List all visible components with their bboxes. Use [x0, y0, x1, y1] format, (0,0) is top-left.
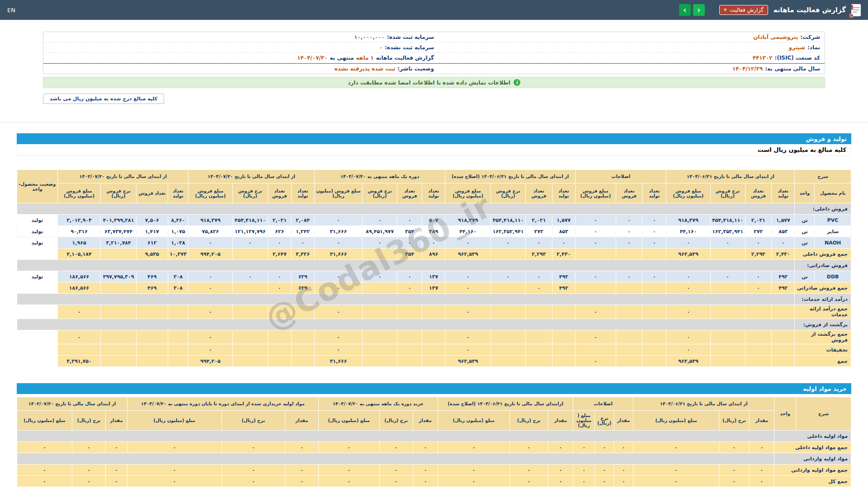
amounts-note: کلیه مبالغ به میلیون ریال است [17, 144, 851, 156]
value-cell: ۰ [285, 465, 319, 476]
value-cell: ۰ [363, 215, 397, 226]
next-report-button[interactable]: › [693, 4, 705, 16]
value-cell: ۹۰,۳۱۶ [57, 226, 100, 237]
column-header: تعداد تولید [291, 183, 314, 203]
report-document-icon [851, 4, 861, 16]
value-cell: ۳۱,۶۶۶ [314, 356, 362, 367]
chevron-down-icon: ▼ [724, 8, 727, 12]
value-cell [232, 330, 268, 344]
value-cell: ۰ [633, 442, 719, 453]
column-header: نرخ (ریال) [509, 411, 548, 431]
table-row: جمع فروش صادراتی۴۹۲۰۰۴۹۲۰۰۱۳۷۰۰۶۲۹۰۰۳۰۸۴… [17, 282, 851, 294]
value-cell [137, 356, 168, 367]
column-header: نرخ فروش (ریال) [101, 183, 137, 203]
top-navigation-bar: گزارش فعالیت ماهانه گزارش فعالیت ▼ › ‹ E… [0, 0, 868, 20]
isic-value: ۴۴۱۳۰۲ [753, 55, 773, 61]
value-cell: ۱۶۲,۳۵۲,۹۴۱ [710, 226, 745, 237]
report-body: تولید و فروش کلیه مبالغ به میلیون ریال ا… [17, 133, 851, 487]
unit-cell: تن [795, 271, 815, 282]
value-cell [168, 305, 189, 319]
value-cell: ۰ [314, 282, 362, 294]
value-cell: ۰ [189, 271, 232, 282]
column-header: مقدار [749, 411, 774, 431]
value-cell: ۱۶۲,۳۵۲,۹۴۱ [491, 226, 526, 237]
column-header: مبلغ فروش (میلیون ریال) [575, 183, 616, 203]
value-cell: ۰ [719, 476, 749, 487]
value-cell [491, 330, 526, 344]
value-cell: ۷,۵۰۶ [137, 215, 168, 226]
value-cell: ۹۱۸,۳۷۹ [666, 215, 710, 226]
value-cell: ۰ [413, 465, 438, 476]
value-cell: ۶۳,۷۳۷,۴۷۴ [101, 226, 137, 237]
value-cell: ۰ [397, 215, 422, 226]
production-sales-header: تولید و فروش [17, 133, 851, 144]
value-cell: ۰ [666, 344, 710, 356]
value-cell [232, 344, 268, 356]
value-cell: ۰ [642, 237, 666, 249]
value-cell: ۵۰۷ [422, 215, 445, 226]
value-cell: ۰ [575, 215, 616, 226]
value-cell [291, 356, 314, 367]
table-row: درآمد ارائه خدمات: [17, 294, 851, 305]
value-cell [745, 330, 772, 344]
row-label: تخفیفات [795, 344, 851, 356]
value-cell [168, 344, 189, 356]
header-row: شرحواحداز ابتدای سال مالی تا تاریخ ۱۴۰۴/… [17, 397, 851, 411]
value-cell [526, 344, 552, 356]
column-header: از ابتدای سال مالی تا تاریخ ۱۴۰۴/۰۶/۳۱ [633, 397, 774, 411]
value-cell: ۹۹۴,۲۰۵ [189, 356, 232, 367]
language-toggle[interactable]: EN [7, 7, 15, 14]
value-cell: ۴۰۱,۳۹۹,۲۸۱ [101, 215, 137, 226]
page-title: گزارش فعالیت ماهانه [774, 6, 846, 14]
isic-label: کد صنعت (ISIC): [775, 55, 820, 61]
value-cell: ۰ [318, 442, 379, 453]
value-cell: ۱۲۱,۱۲۷,۷۹۶ [232, 226, 268, 237]
value-cell: ۰ [445, 305, 491, 319]
section-divider [0, 122, 868, 122]
value-cell: ۰ [318, 465, 379, 476]
value-cell [491, 305, 526, 319]
value-cell: ۰ [749, 476, 774, 487]
value-cell: ۰ [189, 282, 232, 294]
section-label: مواد اولیه وارداتی [774, 453, 851, 465]
previous-report-button[interactable]: ‹ [679, 4, 691, 16]
value-cell: ۱۰,۳۷۳ [168, 249, 189, 260]
value-cell: ۰ [413, 476, 438, 487]
report-type-dropdown[interactable]: گزارش فعالیت ▼ [719, 5, 768, 15]
value-cell: ۳۵۴ [397, 226, 422, 237]
value-cell: ۰ [491, 271, 526, 282]
column-header: تعداد فروش [397, 183, 422, 203]
symbol-value: شپترو [788, 44, 805, 51]
value-cell [710, 356, 745, 367]
column-header: نرخ فروش (ریال) [232, 183, 268, 203]
company-value: پتروشیمی آبادان [753, 34, 798, 40]
value-cell: ۰ [379, 442, 413, 453]
column-header: مبلغ (میلیون ریال) [438, 411, 509, 431]
column-header: اصلاحات [575, 170, 666, 183]
section-filler [17, 453, 774, 465]
value-cell [422, 356, 445, 367]
value-cell: ۰ [379, 476, 413, 487]
header-row: نام محصولواحدتعداد تولیدتعداد فروشنرخ فر… [17, 183, 851, 203]
column-header: تعداد فروش [268, 183, 291, 203]
value-cell: ۴۹۲ [772, 282, 795, 294]
status-cell [17, 282, 58, 294]
column-header: نرخ فروش (ریال) [491, 183, 526, 203]
value-cell: ۶۱۲ [137, 237, 168, 249]
value-cell [616, 282, 642, 294]
row-label: جمع برگشت از فروش [795, 330, 851, 344]
value-cell: ۰ [666, 282, 710, 294]
value-cell [552, 356, 575, 367]
value-cell: ۰ [438, 442, 509, 453]
unregistered-capital-field: سرمایه ثبت نشده: ۰ [48, 44, 434, 51]
value-cell: ۰ [314, 271, 362, 282]
value-cell: ۳,۰۱۲,۹۰۳ [57, 215, 100, 226]
value-cell: ۰ [397, 282, 422, 294]
symbol-label: نماد: [807, 44, 820, 51]
amounts-unit-tab[interactable]: کلیه مبالغ درج شده به میلیون ریال می باش… [43, 94, 164, 104]
unregistered-value: ۰ [379, 44, 382, 51]
value-cell [268, 330, 291, 344]
value-cell: ۲,۶۴۷ [268, 249, 291, 260]
value-cell: ۹۹۴,۲۰۵ [189, 249, 232, 260]
value-cell [491, 344, 526, 356]
